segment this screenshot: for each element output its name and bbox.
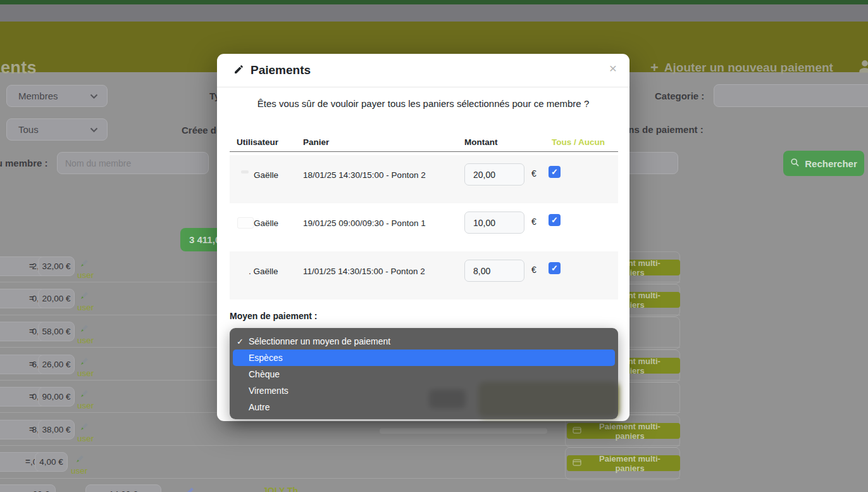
payments-modal: Paiements × Êtes vous sûr de vouloir pay… [217, 54, 629, 421]
redacted-avatar [241, 170, 249, 173]
row-user-name: . Gaëlle [249, 267, 278, 276]
user-link[interactable]: user [77, 270, 94, 280]
equals-sign: = [29, 326, 34, 336]
amount-input[interactable] [464, 260, 524, 282]
check-icon: ✓ [237, 337, 244, 346]
row-divider [0, 445, 680, 446]
row-checkbox[interactable]: ✓ [549, 262, 561, 274]
edit-user-icon[interactable] [79, 388, 90, 401]
top-green-strip [0, 0, 868, 4]
user-link[interactable]: user [77, 434, 94, 443]
plus-icon: + [650, 60, 659, 76]
amount-total-box[interactable]: 4,00 € [35, 452, 68, 472]
row-basket-label: 18/01/25 14:30/15:00 - Ponton 2 [303, 170, 426, 180]
row-checkbox[interactable]: ✓ [549, 214, 561, 226]
amount-total-box[interactable]: 20,00 € [38, 289, 75, 308]
amount-input[interactable] [464, 211, 524, 234]
card-icon [573, 426, 581, 436]
row-user-name: Gaëlle [254, 170, 278, 180]
dropdown-option[interactable]: Virements [230, 382, 618, 399]
amount-total-box[interactable]: 14,00 € [85, 484, 161, 492]
edit-user-icon[interactable] [79, 322, 90, 336]
user-link[interactable]: user [77, 369, 94, 378]
chevron-down-icon [90, 124, 98, 135]
user-link[interactable]: user [71, 466, 87, 476]
search-button-label: Rechercher [805, 158, 857, 169]
created-from-label: Créee du [182, 125, 222, 136]
edit-user-icon[interactable] [79, 420, 90, 434]
payment-method-label: Moyen de paiement : [230, 311, 317, 321]
equals-sign: = [29, 359, 34, 369]
amount-total-box[interactable]: 26,00 € [38, 355, 75, 374]
redacted-text [380, 428, 547, 434]
edit-user-icon[interactable] [75, 453, 86, 467]
table-row: 8,00 € = 38,00 € user Paiement multi-pan… [0, 417, 680, 449]
member-name-input[interactable] [57, 152, 209, 174]
edit-user-icon[interactable] [79, 289, 90, 303]
add-payment-button[interactable]: + Ajouter un nouveau paiement [650, 60, 833, 76]
user-icon[interactable] [857, 58, 868, 77]
row-user-name: Gaëlle [254, 218, 278, 228]
column-header-amount: Montant [464, 137, 497, 147]
select-all-none-toggle[interactable]: Tous / Aucun [552, 137, 605, 147]
equals-sign: = [29, 424, 34, 434]
payments-page: Paiements Config + Ajouter un nouveau pa… [0, 0, 868, 492]
dropdown-option-selected[interactable]: Espèces [230, 350, 618, 366]
user-link[interactable]: user [77, 336, 94, 345]
category-input[interactable] [714, 84, 868, 107]
dropdown-option[interactable]: Autre [230, 399, 618, 415]
member-name-label: Nom du membre : [0, 158, 48, 168]
search-button[interactable]: Rechercher [783, 151, 864, 176]
user-link[interactable]: user [77, 401, 94, 410]
amount-input[interactable] [464, 163, 524, 186]
table-row: ,00 € = 4,00 € user Paiement multi-panie… [0, 449, 680, 481]
row-divider [0, 478, 680, 479]
basket-row: Gaëlle 19/01/25 09:00/09:30 - Ponton 1 €… [230, 203, 618, 251]
chevron-down-icon [90, 91, 98, 101]
dropdown-option[interactable]: ✓ Sélectionner un moyen de paiement [230, 333, 618, 350]
row-basket-label: 19/01/25 09:00/09:30 - Ponton 1 [303, 218, 426, 228]
payment-method-dropdown: ✓ Sélectionner un moyen de paiement Espè… [230, 328, 618, 419]
search-icon [790, 158, 800, 169]
row-checkbox[interactable]: ✓ [549, 166, 561, 178]
browser-navbar [0, 4, 868, 22]
amount-total-box[interactable]: 90,00 € [38, 387, 75, 407]
dropdown-option[interactable]: Chèque [230, 366, 618, 382]
amount-total-box[interactable]: 32,00 € [38, 256, 75, 276]
edit-user-icon[interactable] [185, 485, 196, 492]
euro-sign: € [531, 217, 536, 227]
multi-basket-payment-button[interactable]: Paiement multi-paniers [567, 455, 680, 471]
amount-paid-box[interactable]: ,00 € [0, 484, 56, 492]
pencil-icon [233, 64, 244, 77]
euro-sign: € [531, 265, 536, 275]
members-select-value: Membres [18, 91, 58, 101]
redacted-avatar [237, 217, 254, 229]
amount-total-box[interactable]: 38,00 € [38, 420, 75, 439]
add-payment-label: Ajouter un nouveau paiement [664, 61, 833, 75]
basket-row: . Gaëlle 11/01/25 14:30/15:00 - Ponton 2… [230, 251, 618, 300]
multi-basket-payment-button[interactable]: Paiement multi-paniers [567, 423, 680, 439]
members-select[interactable]: Membres [6, 85, 108, 107]
equals-sign: = [29, 293, 34, 303]
basket-row: Gaëlle 18/01/25 14:30/15:00 - Ponton 2 €… [230, 155, 618, 203]
euro-sign: € [531, 168, 536, 179]
edit-user-icon[interactable] [79, 355, 90, 369]
column-header-basket: Panier [303, 137, 329, 147]
amount-total-box[interactable]: 58,00 € [38, 322, 75, 341]
edit-user-icon[interactable] [79, 257, 90, 271]
confirmation-question: Êtes vous sûr de vouloir payer tous les … [217, 98, 629, 109]
modal-header: Paiements × [217, 54, 629, 87]
page-title: Paiements [0, 58, 37, 78]
equals-sign: = [29, 261, 34, 270]
category-label: Categorie : [655, 91, 704, 101]
close-icon[interactable]: × [609, 61, 617, 75]
table-header-divider [230, 151, 618, 152]
status-select[interactable]: Tous [6, 118, 108, 141]
member-name-link[interactable]: JOLY Th [263, 486, 298, 492]
equals-sign: = [25, 457, 30, 466]
user-link[interactable]: user [77, 303, 94, 312]
row-basket-label: 11/01/25 14:30/15:00 - Ponton 2 [303, 267, 425, 276]
status-select-value: Tous [18, 124, 39, 135]
table-row: ,00 € 14,00 € JOLY Th [0, 481, 680, 492]
card-icon [573, 458, 581, 468]
